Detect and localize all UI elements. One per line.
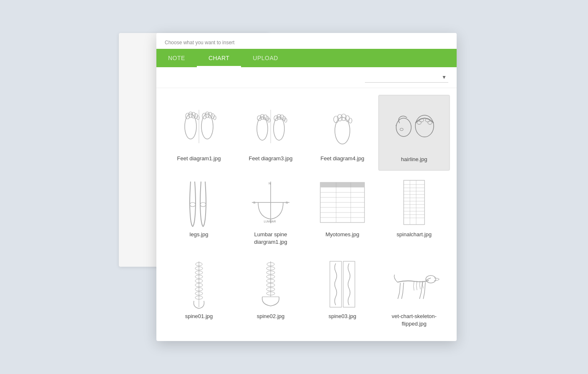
svg-text:N: N: [269, 182, 271, 185]
chart-label-spinalchart: spinalchart.jpg: [397, 231, 432, 238]
chart-image-vet-chart: [393, 259, 435, 309]
category-dropdown[interactable]: [365, 72, 448, 83]
tab-note[interactable]: NOTE: [156, 49, 197, 67]
svg-line-96: [400, 283, 400, 293]
tab-chart[interactable]: CHART: [197, 49, 241, 67]
dialog-header: Choose what you want to insert: [156, 33, 457, 49]
dialog-backdrop: Choose what you want to insert NOTE CHAR…: [131, 33, 457, 341]
svg-line-97: [398, 293, 400, 299]
chart-item-lumbar[interactable]: N LUMBAR S S Lumbar spine diargram1.jpg: [235, 171, 307, 253]
tab-upload[interactable]: UPLOAD: [241, 49, 290, 67]
chart-image-spine01: [178, 259, 220, 309]
chart-image-spine02: [250, 259, 291, 309]
svg-text:S: S: [286, 201, 288, 205]
chart-item-legs[interactable]: legs.jpg: [163, 171, 235, 253]
chart-item-spinalchart[interactable]: spinalchart.jpg: [378, 171, 450, 253]
chart-item-spine01[interactable]: spine01.jpg: [163, 253, 235, 334]
chart-item-feet4[interactable]: Feet diagram4.jpg: [307, 95, 378, 171]
chart-item-hairline[interactable]: hairline.jpg: [378, 95, 450, 171]
chart-item-feet3[interactable]: Feet diagram3.jpg: [235, 95, 307, 171]
chart-label-hairline: hairline.jpg: [401, 156, 427, 163]
chart-image-feet4: [322, 101, 363, 152]
dropdown-row: ▼: [156, 67, 457, 88]
dialog-label: Choose what you want to insert: [156, 33, 457, 49]
svg-point-33: [400, 128, 403, 131]
chart-grid: Feet diagram1.jpg: [156, 88, 457, 341]
chart-label-feet3: Feet diagram3.jpg: [249, 155, 293, 162]
chart-label-vet-chart: vet-chart-skeleton-flipped.jpg: [382, 313, 447, 328]
svg-point-14: [257, 116, 261, 121]
svg-text:LUMBAR: LUMBAR: [264, 220, 276, 223]
chart-image-legs: [178, 177, 220, 227]
chart-item-myotomes[interactable]: Myotomes.jpg: [307, 171, 378, 253]
chart-label-legs: legs.jpg: [190, 231, 209, 238]
chart-label-spine01: spine01.jpg: [185, 313, 213, 320]
svg-line-93: [420, 293, 421, 299]
svg-line-95: [423, 293, 425, 299]
chart-label-myotomes: Myotomes.jpg: [326, 231, 359, 238]
svg-point-38: [428, 121, 432, 124]
dropdown-wrapper: ▼: [365, 72, 448, 83]
chart-image-feet3: [250, 101, 291, 152]
chart-item-vet-chart[interactable]: vet-chart-skeleton-flipped.jpg: [378, 253, 450, 334]
svg-rect-89: [330, 261, 342, 307]
svg-line-94: [425, 282, 425, 293]
svg-line-92: [421, 282, 422, 293]
chart-image-spine03: [322, 259, 363, 309]
chart-item-feet1[interactable]: Feet diagram1.jpg: [163, 95, 235, 171]
svg-line-98: [403, 283, 404, 293]
chart-image-hairline: [393, 102, 435, 152]
chart-label-feet1: Feet diagram1.jpg: [177, 155, 221, 162]
insert-dialog: Choose what you want to insert NOTE CHAR…: [156, 33, 457, 341]
svg-point-37: [417, 121, 421, 124]
svg-point-40: [200, 202, 206, 207]
chart-item-spine02[interactable]: spine02.jpg: [235, 253, 307, 334]
svg-point-39: [190, 202, 196, 207]
chart-label-lumbar: Lumbar spine diargram1.jpg: [238, 231, 303, 246]
chart-label-spine03: spine03.jpg: [329, 313, 357, 320]
svg-line-99: [402, 293, 403, 299]
chart-label-spine02: spine02.jpg: [257, 313, 285, 320]
svg-point-20: [274, 116, 278, 121]
chart-label-feet4: Feet diagram4.jpg: [321, 155, 364, 162]
chart-image-feet1: [178, 101, 220, 152]
chart-item-spine03[interactable]: spine03.jpg: [307, 253, 378, 334]
chart-image-spinalchart: [393, 177, 435, 227]
svg-rect-90: [343, 261, 355, 307]
chart-image-lumbar: N LUMBAR S S: [250, 177, 291, 227]
svg-text:S: S: [253, 201, 255, 205]
tab-bar: NOTE CHART UPLOAD: [156, 49, 457, 67]
svg-rect-48: [320, 182, 364, 187]
chart-image-myotomes: [322, 177, 363, 227]
